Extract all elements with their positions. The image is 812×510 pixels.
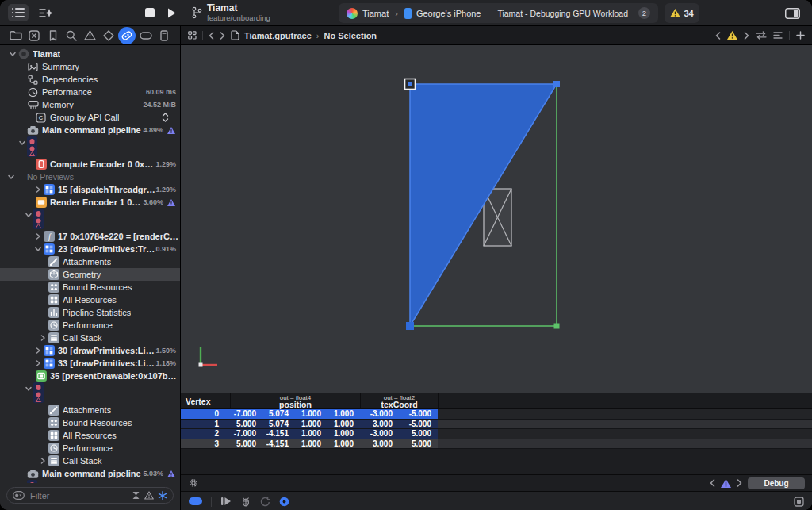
vertex-value[interactable]: 1.000 bbox=[295, 429, 327, 439]
vertex-value[interactable]: 1.000 bbox=[295, 409, 327, 419]
next-issue-button[interactable] bbox=[744, 32, 749, 40]
tree-item-33-drawprimitives-line-vert[interactable]: 33 [drawPrimitives:Line vert…1.18% bbox=[0, 357, 180, 370]
next-issue-button[interactable] bbox=[737, 479, 742, 487]
vertex-row-3[interactable]: 35.000-4.1511.0001.0003.0005.000 bbox=[181, 439, 812, 450]
counterparts-icon[interactable] bbox=[756, 31, 767, 40]
vertex-value[interactable]: 5.000 bbox=[230, 439, 262, 449]
project-branch[interactable]: Tiamat feature/onboarding bbox=[192, 3, 270, 22]
disclosure-right-icon[interactable] bbox=[33, 347, 43, 354]
preview-thumbnail[interactable] bbox=[33, 382, 44, 406]
vertex-handle-3[interactable] bbox=[554, 324, 560, 329]
vertex-value[interactable]: -4.151 bbox=[262, 439, 295, 449]
disclosure-right-icon[interactable] bbox=[33, 233, 43, 240]
tree-item-all-resources[interactable]: All Resources bbox=[0, 429, 180, 442]
toggle-navigator-button[interactable] bbox=[8, 4, 29, 21]
tree-item-tiamat[interactable]: Tiamat bbox=[0, 48, 180, 60]
disclosure-down-icon[interactable] bbox=[17, 140, 27, 146]
preview-thumbnail[interactable] bbox=[33, 209, 44, 232]
toggle-inspector-button[interactable] bbox=[781, 5, 804, 22]
debug-button[interactable]: Debug bbox=[748, 477, 805, 489]
vertex-handle-2[interactable] bbox=[406, 322, 414, 330]
debug-bug-icon[interactable] bbox=[240, 497, 251, 507]
table-settings-gear-icon[interactable] bbox=[188, 477, 199, 489]
vertex-value[interactable]: 1.000 bbox=[295, 420, 327, 429]
scheme-name[interactable]: Tiamat bbox=[362, 9, 389, 18]
vertex-value[interactable]: 1.000 bbox=[295, 439, 327, 449]
vertex-value[interactable]: 3.000 bbox=[360, 420, 399, 429]
navigator-tab-search[interactable] bbox=[63, 27, 80, 44]
tree-item-main-command-pipeline[interactable]: Main command pipeline5.03% bbox=[0, 467, 180, 480]
disclosure-right-icon[interactable] bbox=[38, 335, 48, 341]
preview-thumbnail[interactable] bbox=[27, 136, 37, 160]
navigator-tab-issues[interactable] bbox=[82, 27, 99, 44]
stop-button[interactable] bbox=[145, 8, 155, 17]
disclosure-down-icon[interactable] bbox=[8, 51, 17, 57]
navigator-tab-report[interactable] bbox=[155, 27, 173, 44]
navigator-tab-changes[interactable] bbox=[25, 27, 43, 44]
forward-button[interactable] bbox=[220, 32, 225, 40]
column-group-texCoord[interactable]: out – float2texCoord bbox=[360, 393, 438, 408]
purple-warning-icon[interactable] bbox=[167, 470, 175, 477]
activity-status[interactable]: Tiamat - Debugging GPU Workload bbox=[497, 9, 628, 18]
vertex-value[interactable]: -7.000 bbox=[230, 429, 262, 439]
breakpoints-toggle[interactable] bbox=[189, 497, 202, 505]
vertex-value[interactable]: -3.000 bbox=[360, 409, 399, 419]
tree-item-bound-resources[interactable]: Bound Resources bbox=[0, 416, 180, 429]
vertex-value[interactable]: 1.000 bbox=[327, 439, 360, 449]
purple-warning-icon[interactable] bbox=[167, 127, 175, 134]
tree-item-performance[interactable]: Performance60.09 ms bbox=[0, 86, 180, 98]
breadcrumb-document[interactable]: Tiamat.gputrace bbox=[244, 31, 312, 40]
vertex-handle-0-selected[interactable] bbox=[405, 79, 416, 90]
tree-item-memory[interactable]: Memory24.52 MiB bbox=[0, 98, 180, 111]
run-destination[interactable]: George's iPhone bbox=[416, 9, 481, 18]
vertex-value[interactable]: 5.000 bbox=[399, 429, 438, 439]
disclosure-down-icon[interactable] bbox=[24, 385, 33, 392]
disclosure-right-icon[interactable] bbox=[33, 360, 43, 366]
tree-item-performance[interactable]: Performance bbox=[0, 319, 180, 332]
breadcrumb-selection[interactable]: No Selection bbox=[324, 31, 377, 40]
tree-item-15-dispatchthreadgroups[interactable]: 15 [dispatchThreadgroups:{…1.29% bbox=[0, 183, 180, 196]
tree-item-call-stack[interactable]: Call Stack bbox=[0, 332, 180, 344]
prev-issue-button[interactable] bbox=[710, 479, 715, 487]
tree-item-35-presentdrawable-0x107bb0c40[interactable]: 35 [presentDrawable:0x107bb0c40] bbox=[0, 370, 180, 382]
line-list-icon[interactable] bbox=[773, 32, 783, 39]
vertex-value[interactable]: 5.074 bbox=[262, 420, 295, 429]
disclosure-down-icon[interactable] bbox=[33, 246, 43, 252]
issue-purple-warning-icon[interactable] bbox=[721, 479, 731, 488]
navigator-tab-folder[interactable] bbox=[7, 27, 25, 44]
vertex-value[interactable]: 1.000 bbox=[327, 420, 360, 429]
back-button[interactable] bbox=[209, 32, 214, 40]
filter-debug-icon[interactable] bbox=[158, 491, 167, 500]
column-header-vertex[interactable]: Vertex bbox=[181, 393, 230, 408]
filter-input[interactable] bbox=[29, 490, 128, 501]
tree-item-geometry[interactable]: Geometry bbox=[0, 268, 180, 281]
vertex-value[interactable]: 5.000 bbox=[230, 420, 262, 429]
vertex-value[interactable]: -5.000 bbox=[399, 409, 438, 419]
tree-item-dependencies[interactable]: Dependencies bbox=[0, 73, 180, 86]
vertex-value[interactable]: -3.000 bbox=[360, 429, 399, 439]
toggle-debug-area-button[interactable] bbox=[794, 497, 804, 507]
vertex-row-1[interactable]: 15.0005.0741.0001.0003.000-5.000 bbox=[181, 420, 812, 430]
vertex-handle-1[interactable] bbox=[553, 81, 560, 87]
gallery-view-icon[interactable] bbox=[188, 31, 197, 40]
issues-summary[interactable]: 34 bbox=[665, 3, 699, 23]
disclosure-right-icon[interactable] bbox=[38, 458, 48, 464]
vertex-index[interactable]: 3 bbox=[181, 439, 230, 449]
tree-item-23-drawprimitives-triangles[interactable]: 23 [drawPrimitives:TriangleS…0.91% bbox=[0, 243, 180, 255]
gpu-scope-button[interactable] bbox=[279, 497, 289, 507]
vertex-value[interactable]: 1.000 bbox=[327, 409, 360, 419]
tree-item-attachments[interactable]: Attachments bbox=[0, 404, 180, 416]
vertex-value[interactable]: -5.000 bbox=[399, 420, 438, 429]
tree-item-all-resources[interactable]: All Resources bbox=[0, 293, 180, 306]
disclosure-down-icon[interactable] bbox=[6, 174, 16, 180]
issue-warning-icon[interactable] bbox=[727, 31, 737, 40]
filter-issues-icon[interactable] bbox=[144, 491, 154, 500]
run-button[interactable] bbox=[167, 8, 176, 18]
refresh-capture-button[interactable] bbox=[260, 497, 270, 507]
flatten-icon[interactable] bbox=[132, 491, 140, 500]
geometry-viewport[interactable] bbox=[181, 45, 812, 393]
navigator-tab-tag[interactable] bbox=[137, 27, 155, 44]
tree-item-main-command-pipeline[interactable]: Main command pipeline4.89% bbox=[0, 124, 180, 136]
editor-options-button[interactable] bbox=[35, 4, 57, 21]
vertex-row-0[interactable]: 0-7.0005.0741.0001.000-3.000-5.000 bbox=[181, 409, 812, 420]
